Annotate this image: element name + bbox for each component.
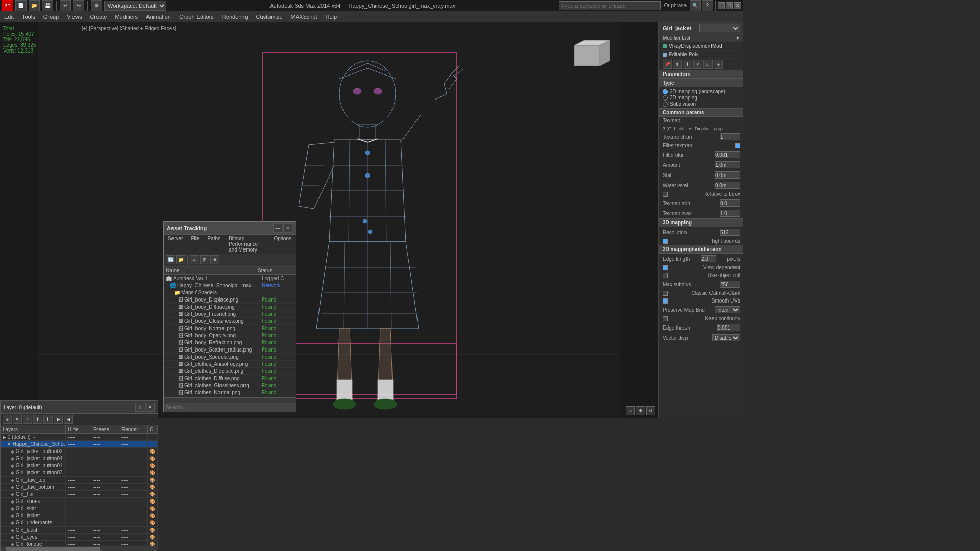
mod-btn6[interactable]: ◈ xyxy=(714,60,723,69)
water-level-input[interactable] xyxy=(715,182,740,189)
asset-row[interactable]: 🖼 Girl_clothes_Diffuse.png Found xyxy=(164,375,296,382)
type-section[interactable]: Type xyxy=(659,79,743,87)
modifier-item-epoly[interactable]: Editable Poly xyxy=(659,51,743,59)
radio-3d-btn[interactable] xyxy=(663,95,668,101)
asset-row[interactable]: 🖼 Girl_clothes_Normal.png Found xyxy=(164,389,296,396)
radio-subdiv-btn[interactable] xyxy=(663,102,668,107)
menu-graph-editors[interactable]: Graph Editors xyxy=(175,13,218,21)
asset-grid-btn[interactable]: ⊞ xyxy=(200,255,209,264)
viewport[interactable]: Total Polys: 15,407 Tris: 22,596 Edges: … xyxy=(0,22,659,418)
menu-create[interactable]: Create xyxy=(86,13,111,21)
close-btn[interactable]: ✕ xyxy=(734,2,741,9)
asset-menu-options[interactable]: Options xyxy=(270,235,296,254)
rel-bbox-check[interactable] xyxy=(663,192,668,197)
asset-refresh-btn[interactable]: 🔄 xyxy=(166,255,175,264)
asset-row[interactable]: 🖼 Girl_clothes_Anisotropy.png Found xyxy=(164,361,296,368)
mod-btn5[interactable]: □ xyxy=(703,60,713,69)
shift-input[interactable] xyxy=(715,171,740,179)
modifier-item-vray[interactable]: VRayDisplacementMod xyxy=(659,42,743,51)
asset-close-btn[interactable]: ✕ xyxy=(283,223,292,233)
parameters-section[interactable]: Parameters xyxy=(659,70,743,79)
amount-input[interactable] xyxy=(715,161,740,168)
asset-row[interactable]: 🖼 Girl_body_Diffuse.png Found xyxy=(164,304,296,311)
maximize-btn[interactable]: □ xyxy=(726,2,733,9)
asset-menu-file[interactable]: File xyxy=(187,235,203,254)
layer-down-btn[interactable]: ⬇ xyxy=(43,415,53,422)
menu-tools[interactable]: Tools xyxy=(18,13,39,21)
radio-2d[interactable]: 2D mapping (landscape) xyxy=(663,89,740,94)
open-btn[interactable]: 📂 xyxy=(29,0,40,11)
layer-help-btn[interactable]: ? xyxy=(135,403,144,412)
edge-length-input[interactable] xyxy=(701,255,716,262)
nav-zoom[interactable]: ⌕ xyxy=(626,406,635,415)
asset-scrollbar[interactable] xyxy=(164,397,296,403)
asset-minimize-btn[interactable]: — xyxy=(273,223,282,233)
texmap-max-input[interactable] xyxy=(720,210,740,217)
asset-view-btn[interactable]: 👁 xyxy=(210,255,219,264)
asset-row[interactable]: 🌐 Happy_Chinese_Schoolgirl_max_vray.max … xyxy=(164,282,296,289)
asset-row[interactable]: 🖼 Girl_body_Fresnel.png Found xyxy=(164,311,296,318)
asset-search-input[interactable] xyxy=(164,403,296,412)
asset-row[interactable]: 🖼 Girl_clothes_Glossiness.png Found xyxy=(164,382,296,389)
texture-chan-input[interactable] xyxy=(720,133,740,140)
nav-pan[interactable]: ✥ xyxy=(636,406,645,415)
asset-list-btn[interactable]: ≡ xyxy=(190,255,199,264)
mod-btn4[interactable]: ✕ xyxy=(693,60,702,69)
layer-add-btn[interactable]: + xyxy=(23,415,32,422)
menu-edit[interactable]: Edit xyxy=(0,13,18,21)
filter-blur-input[interactable] xyxy=(715,151,740,158)
layer-up-btn[interactable]: ⬆ xyxy=(33,415,42,422)
mapping-3d-section[interactable]: 3D mapping xyxy=(659,218,743,227)
texmap-min-input[interactable] xyxy=(720,199,740,207)
asset-row[interactable]: 🖼 Girl_clothes_Opacity.png Found xyxy=(164,396,296,397)
layer-close-btn[interactable]: ✕ xyxy=(145,403,155,412)
menu-maxscript[interactable]: MAXScript xyxy=(287,13,322,21)
help-btn[interactable]: ? xyxy=(702,0,713,11)
use-obj-mtl-check[interactable] xyxy=(663,273,668,278)
new-btn[interactable]: 📄 xyxy=(15,0,27,11)
asset-row[interactable]: 🖼 Girl_body_Specular.png Found xyxy=(164,354,296,361)
undo-btn[interactable]: ↩ xyxy=(60,0,71,11)
object-color-select[interactable] xyxy=(699,24,740,32)
filter-texmap-check[interactable] xyxy=(735,143,740,148)
asset-row[interactable]: 🖼 Girl_body_Dicplace.png Found xyxy=(164,296,296,304)
search-bar[interactable] xyxy=(559,1,661,10)
mapping-subdiv-section[interactable]: 3D mapping/subdivision xyxy=(659,245,743,254)
layer-expand-btn[interactable]: ▶ xyxy=(54,415,63,422)
layer-select-btn[interactable]: ◈ xyxy=(3,415,12,422)
menu-rendering[interactable]: Rendering xyxy=(218,13,252,21)
layer-collapse-btn[interactable]: ◀ xyxy=(64,415,73,422)
workspace-select[interactable]: Workspace: Default xyxy=(104,1,166,11)
max-subdivs-input[interactable] xyxy=(720,281,740,288)
mod-btn3[interactable]: ⬇ xyxy=(683,60,692,69)
asset-row[interactable]: 🖼 Girl_body_Refraction.png Found xyxy=(164,339,296,346)
radio-3d[interactable]: 3D mapping xyxy=(663,95,740,101)
render-settings-btn[interactable]: ⚙ xyxy=(91,0,102,11)
preserve-map-select[interactable]: Interr xyxy=(715,306,740,313)
keep-cont-check[interactable] xyxy=(663,316,668,321)
view-dep-check[interactable] xyxy=(663,265,668,270)
asset-menu-server[interactable]: Server xyxy=(164,235,187,254)
asset-path-btn[interactable]: 📁 xyxy=(176,255,185,264)
menu-modifiers[interactable]: Modifiers xyxy=(111,13,142,21)
pin-btn[interactable]: 📌 xyxy=(663,60,672,69)
common-params-section[interactable]: Common params xyxy=(659,108,743,117)
layer-delete-btn[interactable]: ✕ xyxy=(13,415,22,422)
vector-disp-select[interactable]: Disabled xyxy=(712,334,740,341)
asset-row[interactable]: 🖼 Girl_body_Normal.png Found xyxy=(164,325,296,332)
nav-orbit[interactable]: ↺ xyxy=(646,406,655,415)
menu-customize[interactable]: Customize xyxy=(252,13,287,21)
smooth-uv-check[interactable] xyxy=(663,298,668,304)
mod-btn2[interactable]: ⬆ xyxy=(673,60,682,69)
menu-views[interactable]: Views xyxy=(63,13,86,21)
radio-2d-btn[interactable] xyxy=(663,89,668,94)
asset-row[interactable]: 🖼 Girl_body_Scatter_radius.png Found xyxy=(164,346,296,354)
asset-menu-bitmap[interactable]: Bitmap Performance and Memory xyxy=(225,235,270,254)
radio-subdiv[interactable]: Subdivision xyxy=(663,101,740,107)
asset-row[interactable]: 🖼 Girl_body_Opacity.png Found xyxy=(164,332,296,339)
minimize-btn[interactable]: — xyxy=(718,2,725,9)
redo-btn[interactable]: ↪ xyxy=(73,0,84,11)
asset-row[interactable]: 🏢 Autodesk Vault Logged C xyxy=(164,275,296,282)
edge-thresh-input[interactable] xyxy=(717,324,740,331)
asset-rows-container[interactable]: 🏢 Autodesk Vault Logged C 🌐 Happy_Chines… xyxy=(164,275,296,397)
